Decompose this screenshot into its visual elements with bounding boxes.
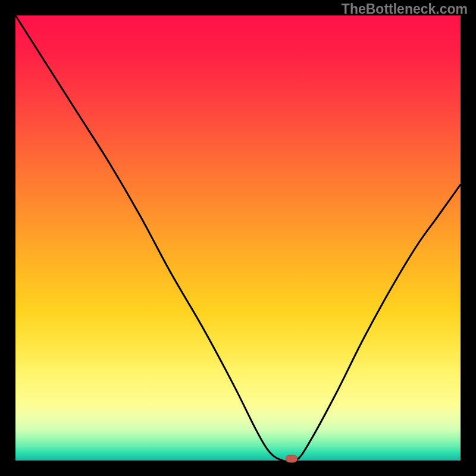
plot-area xyxy=(15,15,461,461)
chart-frame: TheBottleneck.com xyxy=(0,0,476,476)
bottleneck-curve xyxy=(15,15,461,462)
optimal-point-marker xyxy=(286,455,298,463)
watermark-text: TheBottleneck.com xyxy=(342,1,468,17)
curve-layer xyxy=(15,15,461,461)
